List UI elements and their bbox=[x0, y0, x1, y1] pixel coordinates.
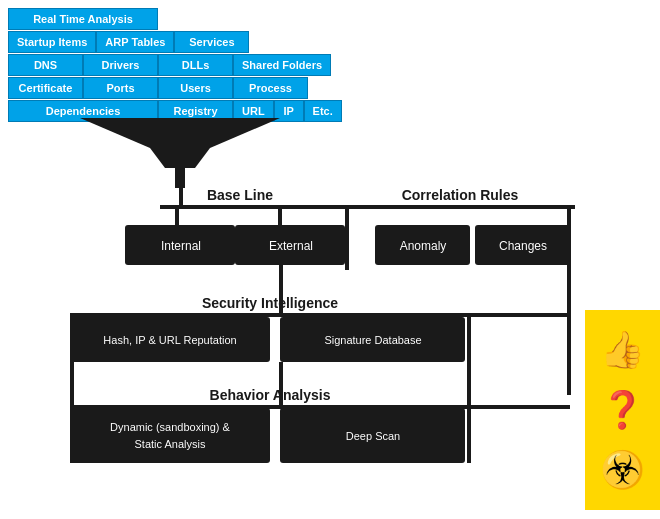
yellow-panel: 👍 ❓ ☣️ bbox=[585, 310, 660, 510]
svg-rect-23 bbox=[280, 408, 465, 463]
svg-rect-25 bbox=[467, 313, 471, 463]
svg-rect-18 bbox=[70, 317, 270, 362]
svg-rect-9 bbox=[395, 205, 575, 209]
svg-rect-13 bbox=[567, 265, 571, 395]
svg-rect-12 bbox=[567, 205, 571, 269]
svg-text:External: External bbox=[269, 239, 313, 253]
main-container: Real Time Analysis Startup Items ARP Tab… bbox=[0, 0, 660, 519]
cell-drivers: Drivers bbox=[83, 54, 158, 76]
svg-rect-22 bbox=[70, 408, 270, 463]
grid-row-4: Dependencies Registry URL IP Etc. bbox=[8, 100, 348, 122]
svg-rect-7 bbox=[125, 225, 235, 265]
grid-row-2: DNS Drivers DLLs Shared Folders bbox=[8, 54, 348, 76]
svg-marker-1 bbox=[150, 148, 210, 168]
cell-startup: Startup Items bbox=[8, 31, 96, 53]
svg-text:Deep Scan: Deep Scan bbox=[346, 430, 400, 442]
cell-process: Process bbox=[233, 77, 308, 99]
cell-registry: Registry bbox=[158, 100, 233, 122]
cell-url: URL bbox=[233, 100, 274, 122]
svg-rect-4 bbox=[160, 205, 400, 209]
svg-rect-16 bbox=[279, 265, 283, 315]
cell-users: Users bbox=[158, 77, 233, 99]
svg-text:Internal: Internal bbox=[161, 239, 201, 253]
svg-rect-17 bbox=[70, 313, 570, 317]
svg-text:Anomaly: Anomaly bbox=[400, 239, 447, 253]
svg-text:Signature Database: Signature Database bbox=[324, 334, 421, 346]
svg-text:Base Line: Base Line bbox=[207, 187, 273, 203]
cell-deps: Dependencies bbox=[8, 100, 158, 122]
cell-services: Services bbox=[174, 31, 249, 53]
cell-shared: Shared Folders bbox=[233, 54, 331, 76]
svg-rect-5 bbox=[175, 205, 179, 225]
grid-row-1: Startup Items ARP Tables Services bbox=[8, 31, 348, 53]
svg-rect-11 bbox=[475, 225, 570, 265]
cell-dns: DNS bbox=[8, 54, 83, 76]
svg-rect-15 bbox=[345, 205, 349, 270]
svg-text:Static Analysis: Static Analysis bbox=[135, 438, 206, 450]
svg-text:Dynamic (sandboxing) &: Dynamic (sandboxing) & bbox=[110, 421, 230, 433]
cell-ports: Ports bbox=[83, 77, 158, 99]
svg-text:Security Intelligence: Security Intelligence bbox=[202, 295, 338, 311]
svg-rect-21 bbox=[70, 405, 570, 409]
svg-text:Hash, IP & URL Reputation: Hash, IP & URL Reputation bbox=[103, 334, 236, 346]
svg-text:Correlation Rules: Correlation Rules bbox=[402, 187, 519, 203]
question-icon: ❓ bbox=[600, 389, 645, 431]
svg-rect-8 bbox=[235, 225, 345, 265]
grid-row-3: Certificate Ports Users Process bbox=[8, 77, 348, 99]
svg-text:Changes: Changes bbox=[499, 239, 547, 253]
svg-rect-6 bbox=[278, 205, 282, 225]
svg-rect-19 bbox=[280, 317, 465, 362]
svg-rect-14 bbox=[345, 205, 400, 209]
grid-row-0: Real Time Analysis bbox=[8, 8, 348, 30]
svg-rect-24 bbox=[70, 313, 74, 463]
blue-grid: Real Time Analysis Startup Items ARP Tab… bbox=[8, 8, 348, 123]
biohazard-icon: ☣️ bbox=[600, 449, 645, 491]
svg-rect-3 bbox=[179, 188, 183, 206]
cell-etc: Etc. bbox=[304, 100, 342, 122]
svg-text:Behavior Analysis: Behavior Analysis bbox=[210, 387, 331, 403]
cell-realtime: Real Time Analysis bbox=[8, 8, 158, 30]
cell-dlls: DLLs bbox=[158, 54, 233, 76]
svg-rect-20 bbox=[279, 362, 283, 407]
svg-rect-2 bbox=[175, 168, 185, 188]
cell-arp: ARP Tables bbox=[96, 31, 174, 53]
thumbs-up-icon: 👍 bbox=[600, 329, 645, 371]
cell-cert: Certificate bbox=[8, 77, 83, 99]
svg-rect-10 bbox=[375, 225, 470, 265]
cell-ip: IP bbox=[274, 100, 304, 122]
